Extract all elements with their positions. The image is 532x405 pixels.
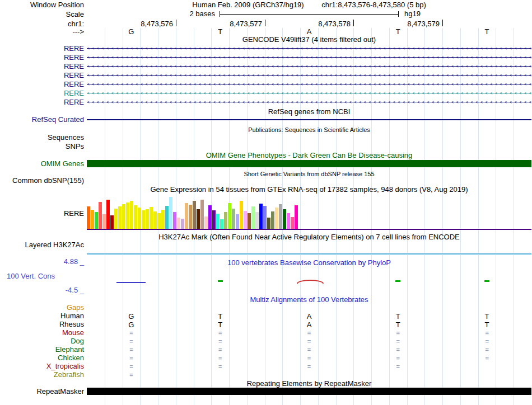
- gtex-expression-bar[interactable]: [130, 201, 133, 229]
- gtex-expression-bar[interactable]: [240, 201, 243, 229]
- conservation-mark[interactable]: [395, 280, 400, 282]
- multiz-alignment-cell[interactable]: =: [129, 329, 133, 337]
- conservation-mark[interactable]: [218, 280, 223, 282]
- multiz-alignment-cell[interactable]: =: [218, 337, 222, 346]
- gtex-expression-bar[interactable]: [263, 206, 267, 229]
- gencode-gene-line[interactable]: <<<<<<<<<<<<<<<<<<<<<<<<<<<<<<<<<<<<<<<<…: [87, 82, 531, 87]
- gtex-expression-bar[interactable]: [208, 205, 212, 229]
- multiz-alignment-cell[interactable]: A: [307, 312, 312, 321]
- gtex-expression-bar[interactable]: [236, 214, 239, 229]
- sidebar-gencode-gene[interactable]: RERE: [0, 90, 84, 97]
- sidebar-layered-h3k27ac[interactable]: Layered H3K27Ac: [0, 241, 84, 249]
- gtex-expression-bar[interactable]: [177, 218, 180, 229]
- multiz-alignment-cell[interactable]: =: [218, 354, 222, 362]
- multiz-alignment-cell[interactable]: =: [307, 346, 311, 354]
- gencode-gene-line[interactable]: <<<<<<<<<<<<<<<<<<<<<<<<<<<<<<<<<<<<<<<<…: [87, 73, 531, 78]
- multiz-alignment-cell[interactable]: A: [307, 321, 312, 329]
- multiz-alignment-cell[interactable]: G: [128, 312, 134, 321]
- sidebar-gencode-gene[interactable]: RERE: [0, 45, 84, 53]
- sidebar-snps[interactable]: SNPs: [0, 143, 84, 150]
- gtex-expression-bar[interactable]: [271, 211, 274, 229]
- multiz-alignment-cell[interactable]: T: [485, 312, 489, 321]
- sidebar-gtex-gene[interactable]: RERE: [0, 210, 84, 218]
- gtex-expression-bar[interactable]: [173, 212, 176, 229]
- gtex-expression-bar[interactable]: [267, 218, 270, 229]
- multiz-alignment-cell[interactable]: =: [396, 362, 400, 371]
- multiz-species-label[interactable]: Human: [0, 312, 84, 320]
- multiz-alignment-cell[interactable]: =: [129, 371, 133, 379]
- multiz-alignment-cell[interactable]: =: [307, 329, 311, 337]
- gtex-expression-bar[interactable]: [193, 201, 196, 229]
- multiz-species-label[interactable]: Elephant: [0, 346, 84, 354]
- gtex-expression-bar[interactable]: [251, 206, 255, 229]
- gtex-expression-bar[interactable]: [87, 206, 90, 229]
- gencode-gene-line[interactable]: <<<<<<<<<<<<<<<<<<<<<<<<<<<<<<<<<<<<<<<<…: [87, 64, 531, 69]
- gtex-expression-bar[interactable]: [197, 209, 200, 229]
- conservation-mark[interactable]: [484, 280, 489, 282]
- gtex-expression-bar[interactable]: [220, 219, 223, 229]
- multiz-alignment-cell[interactable]: =: [129, 346, 133, 354]
- gtex-expression-bar[interactable]: [228, 203, 231, 229]
- multiz-alignment-cell[interactable]: =: [485, 337, 488, 346]
- sidebar-gencode-gene[interactable]: RERE: [0, 54, 84, 62]
- gtex-expression-bar[interactable]: [212, 210, 216, 229]
- h3k27ac-track-line[interactable]: [87, 253, 531, 255]
- multiz-alignment-cell[interactable]: =: [129, 337, 133, 346]
- gtex-expression-bar[interactable]: [185, 203, 188, 229]
- gtex-expression-bar[interactable]: [165, 206, 169, 229]
- multiz-alignment-cell[interactable]: T: [218, 321, 222, 329]
- gtex-expression-bar[interactable]: [224, 212, 227, 229]
- gtex-expression-bar[interactable]: [99, 202, 102, 229]
- sidebar-gencode-gene[interactable]: RERE: [0, 72, 84, 79]
- sidebar-100-vert-cons[interactable]: 100 Vert. Cons: [7, 272, 85, 280]
- sidebar-refseq-curated[interactable]: RefSeq Curated: [0, 116, 84, 124]
- multiz-species-label[interactable]: Zebrafish: [0, 371, 84, 379]
- multiz-species-label[interactable]: Chicken: [0, 354, 84, 362]
- gtex-expression-bar[interactable]: [114, 209, 118, 229]
- gtex-expression-bar[interactable]: [106, 200, 110, 229]
- multiz-alignment-cell[interactable]: =: [396, 337, 400, 346]
- gtex-expression-bar[interactable]: [287, 213, 290, 229]
- gtex-expression-bar[interactable]: [126, 202, 129, 229]
- multiz-alignment-cell[interactable]: =: [485, 354, 488, 362]
- multiz-species-label[interactable]: Gaps: [0, 304, 84, 312]
- gencode-gene-line[interactable]: <<<<<<<<<<<<<<<<<<<<<<<<<<<<<<<<<<<<<<<<…: [87, 100, 531, 105]
- refseq-track-line[interactable]: [87, 119, 531, 120]
- gtex-baseline[interactable]: [87, 229, 531, 230]
- multiz-species-label[interactable]: X_tropicalis: [0, 362, 84, 370]
- gtex-expression-bar[interactable]: [118, 206, 122, 229]
- gtex-expression-bar[interactable]: [153, 211, 157, 229]
- gtex-expression-bar[interactable]: [122, 204, 125, 229]
- conservation-mark[interactable]: [116, 282, 146, 283]
- multiz-alignment-cell[interactable]: G: [128, 321, 134, 329]
- multiz-alignment-cell[interactable]: =: [396, 354, 400, 362]
- multiz-species-label[interactable]: Rhesus: [0, 321, 84, 328]
- multiz-alignment-cell[interactable]: =: [129, 354, 133, 362]
- gtex-expression-bar[interactable]: [200, 200, 204, 229]
- sidebar-gencode-gene[interactable]: RERE: [0, 81, 84, 88]
- sidebar-common-dbsnp[interactable]: Common dbSNP(155): [0, 177, 84, 185]
- repeatmasker-track-bar[interactable]: [87, 388, 531, 395]
- multiz-alignment-cell[interactable]: =: [307, 337, 311, 346]
- gtex-expression-bar[interactable]: [102, 214, 106, 229]
- sidebar-repeatmasker[interactable]: RepeatMasker: [0, 388, 84, 395]
- multiz-alignment-cell[interactable]: T: [218, 312, 222, 321]
- gtex-expression-bar[interactable]: [110, 215, 114, 229]
- gtex-expression-bar[interactable]: [181, 219, 184, 229]
- gtex-expression-bar[interactable]: [255, 212, 259, 229]
- omim-track-bar[interactable]: [87, 160, 531, 167]
- gtex-expression-bar[interactable]: [169, 197, 172, 229]
- gtex-expression-bar[interactable]: [91, 210, 94, 229]
- gtex-expression-bar[interactable]: [146, 209, 149, 229]
- gtex-expression-bar[interactable]: [216, 214, 220, 229]
- multiz-alignment-cell[interactable]: =: [218, 362, 222, 371]
- gencode-gene-line[interactable]: <<<<<<<<<<<<<<<<<<<<<<<<<<<<<<<<<<<<<<<<…: [87, 91, 531, 96]
- gtex-expression-bar[interactable]: [189, 205, 192, 229]
- gtex-expression-bar[interactable]: [279, 204, 282, 229]
- conservation-peak[interactable]: [297, 280, 324, 284]
- multiz-alignment-cell[interactable]: =: [485, 346, 488, 354]
- gtex-expression-bar[interactable]: [275, 208, 278, 229]
- genome-browser-image[interactable]: Human Feb. 2009 (GRCh37/hg19) chr1:8,473…: [0, 0, 532, 405]
- gtex-expression-bar[interactable]: [248, 213, 251, 229]
- gtex-expression-bar[interactable]: [295, 205, 298, 229]
